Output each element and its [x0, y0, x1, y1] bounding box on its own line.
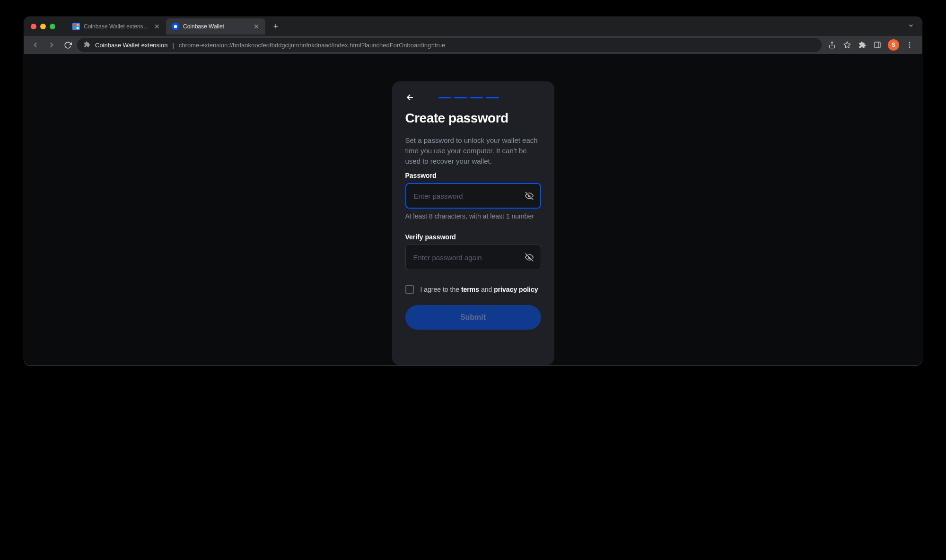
content-area: Create password Set a password to unlock… [24, 54, 922, 365]
forward-button[interactable] [45, 38, 58, 52]
address-bar[interactable]: Coinbase Wallet extension | chrome-exten… [77, 38, 822, 52]
address-url: chrome-extension://hnfanknocfeofbddgcijn… [179, 42, 445, 49]
svg-marker-8 [844, 42, 850, 48]
page-title: Create password [405, 111, 541, 126]
agree-and: and [479, 286, 494, 293]
password-input[interactable] [405, 183, 541, 209]
verify-label: Verify password [405, 233, 541, 241]
terms-checkbox[interactable] [405, 285, 414, 294]
tab-title: Coinbase Wallet extension - Ch [84, 23, 150, 30]
svg-rect-3 [74, 27, 76, 29]
svg-point-11 [909, 42, 911, 44]
avatar-initial: S [892, 42, 895, 48]
svg-rect-0 [72, 23, 80, 30]
verify-input-wrap [405, 245, 541, 270]
tab-inactive[interactable]: Coinbase Wallet extension - Ch ✕ [67, 18, 166, 35]
bookmark-star-icon[interactable] [842, 40, 852, 50]
terms-text: I agree to the terms and privacy policy [420, 286, 538, 293]
verify-section: Verify password [405, 233, 541, 270]
svg-point-12 [909, 44, 911, 46]
tab-title: Coinbase Wallet [183, 23, 249, 30]
card-header [405, 93, 541, 102]
back-arrow-icon[interactable] [405, 93, 415, 102]
favicon-coinbase-icon [172, 23, 179, 30]
password-hint: At least 8 characters, with at least 1 n… [405, 212, 541, 220]
progress-segment [486, 97, 499, 98]
progress-segment [438, 97, 452, 98]
toolbar: Coinbase Wallet extension | chrome-exten… [24, 36, 922, 54]
terms-agree-row: I agree to the terms and privacy policy [405, 285, 541, 294]
browser-window: Coinbase Wallet extension - Ch ✕ Coinbas… [24, 17, 922, 366]
back-button[interactable] [29, 38, 42, 52]
browser-chrome: Coinbase Wallet extension - Ch ✕ Coinbas… [24, 17, 922, 54]
terms-link[interactable]: terms [461, 286, 479, 293]
menu-icon[interactable] [905, 40, 914, 50]
svg-rect-2 [77, 24, 79, 26]
svg-rect-1 [74, 24, 76, 26]
page-description: Set a password to unlock your wallet eac… [405, 135, 541, 166]
submit-button[interactable]: Submit [405, 305, 541, 330]
password-input-wrap [405, 183, 541, 209]
new-tab-button[interactable]: + [269, 20, 282, 33]
wallet-onboarding-card: Create password Set a password to unlock… [392, 81, 554, 365]
svg-rect-4 [77, 27, 79, 29]
address-separator: | [172, 42, 174, 49]
toggle-visibility-icon[interactable] [525, 253, 534, 262]
favicon-chrome-webstore-icon [72, 23, 80, 30]
extension-icon [84, 41, 90, 49]
agree-prefix: I agree to the [420, 286, 461, 293]
window-maximize-button[interactable] [50, 24, 55, 29]
privacy-link[interactable]: privacy policy [494, 286, 538, 293]
password-label: Password [405, 172, 541, 179]
window-minimize-button[interactable] [40, 24, 46, 29]
progress-segment [454, 97, 467, 98]
window-close-button[interactable] [31, 24, 36, 29]
reload-button[interactable] [61, 38, 74, 52]
tab-overflow-button[interactable] [908, 22, 922, 31]
svg-point-13 [909, 46, 911, 48]
side-panel-icon[interactable] [873, 40, 882, 50]
share-icon[interactable] [827, 40, 837, 50]
verify-password-input[interactable] [405, 245, 541, 270]
toggle-visibility-icon[interactable] [525, 192, 534, 200]
tabs: Coinbase Wallet extension - Ch ✕ Coinbas… [67, 18, 282, 35]
profile-avatar[interactable]: S [888, 39, 899, 51]
tab-active[interactable]: Coinbase Wallet ✕ [166, 18, 265, 35]
address-extension-name: Coinbase Wallet extension [95, 42, 167, 49]
tab-bar: Coinbase Wallet extension - Ch ✕ Coinbas… [24, 17, 922, 36]
extensions-icon[interactable] [858, 40, 867, 50]
tab-close-button[interactable]: ✕ [154, 23, 160, 30]
traffic-lights [31, 24, 55, 29]
tab-close-button[interactable]: ✕ [253, 23, 260, 30]
svg-rect-9 [875, 42, 880, 48]
progress-segment [470, 97, 483, 98]
progress-indicator [438, 97, 499, 98]
toolbar-right: S [824, 39, 917, 51]
svg-rect-6 [174, 25, 177, 28]
